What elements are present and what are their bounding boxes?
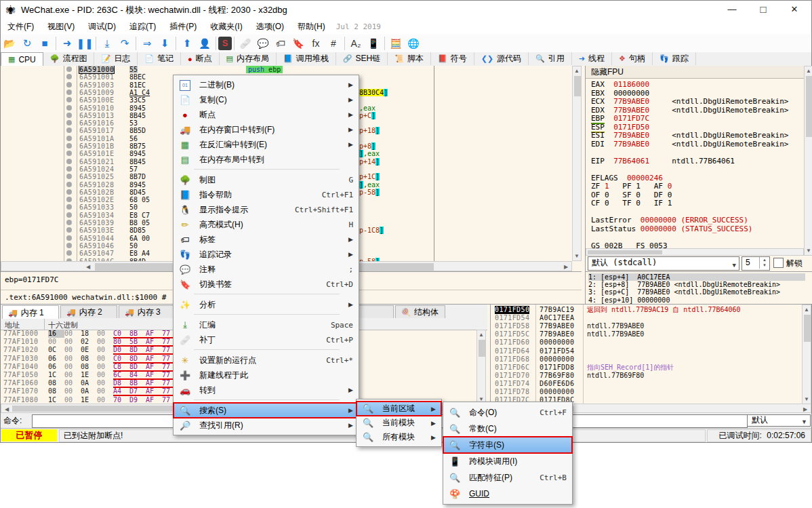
bottom-scroll-right-icon[interactable]: ▶ bbox=[801, 406, 809, 412]
open-file-icon[interactable]: 📂 bbox=[1, 35, 18, 52]
menubar-item[interactable]: 文件(F) bbox=[1, 20, 41, 34]
stack-row[interactable]: 0171FD7077B69F80ntdll.77B69F80 bbox=[491, 372, 803, 380]
menu-item-trace-record[interactable]: 👣追踪记录▶ bbox=[174, 247, 359, 262]
command-mode-select[interactable]: 默认 ▼ bbox=[747, 414, 811, 427]
tab-笔记[interactable]: 📄笔记 bbox=[138, 52, 181, 65]
hash-icon[interactable]: # bbox=[325, 35, 342, 52]
command-mode-dropdown-icon[interactable]: ▼ bbox=[801, 417, 807, 427]
scroll-right-icon[interactable]: ▶ bbox=[562, 264, 570, 270]
restart-icon[interactable]: ↻ bbox=[18, 35, 36, 52]
menu-item-create-thread-here[interactable]: ➕新建线程于此 bbox=[174, 368, 359, 383]
bottom-scroll-left-icon[interactable]: ◀ bbox=[3, 406, 11, 412]
execute-till-return-icon[interactable]: ⬆ bbox=[178, 35, 196, 52]
menu-item-follow-in-disasm[interactable]: ▦在反汇编中转到(E)▶ bbox=[174, 137, 359, 152]
tab-内存布局[interactable]: ▤内存布局 bbox=[220, 52, 277, 65]
menu-item-label[interactable]: 🏷标签▶ bbox=[174, 232, 359, 247]
breakpoint-dot-icon[interactable] bbox=[66, 113, 72, 118]
argument-count-spinner[interactable]: 5 ▲▼ bbox=[742, 256, 770, 271]
menu-item-intermodular-calls[interactable]: 📱跨模块调用(I) bbox=[443, 453, 572, 469]
menu-item-follow-in-memmap[interactable]: ▤在内存布局中转到 bbox=[174, 152, 359, 167]
argument-row[interactable]: 2: [esp+8] 77B9ABE0 <ntdll.DbgUiRemoteBr… bbox=[588, 281, 805, 288]
comments-icon[interactable]: 💬 bbox=[254, 35, 272, 52]
scylla-icon[interactable]: S bbox=[218, 37, 232, 50]
breakpoint-dot-icon[interactable] bbox=[66, 74, 72, 79]
dump-vscroll-thumb[interactable] bbox=[479, 340, 485, 357]
menu-item-string-references[interactable]: 🔍字符串(S) bbox=[443, 437, 572, 453]
menu-item-instruction-help[interactable]: 📘指令帮助Ctrl+F1 bbox=[174, 187, 359, 202]
register-line[interactable]: EIP 77B64061 ntdll.77B64061 bbox=[591, 157, 735, 166]
dump-tab-内存 2[interactable]: 🚚内存 2 bbox=[60, 305, 117, 318]
tab-句柄[interactable]: ❖句柄 bbox=[612, 52, 653, 65]
menu-item-constant[interactable]: 🔍常数(C) bbox=[443, 421, 572, 437]
breakpoint-dot-icon[interactable] bbox=[66, 120, 72, 125]
dump-tab-结构体[interactable]: 🍭结构体 bbox=[395, 305, 445, 318]
tab-调用堆栈[interactable]: 📘调用堆栈 bbox=[277, 52, 336, 65]
menu-item-current-module[interactable]: 🔍当前模块▶ bbox=[357, 416, 441, 430]
tab-脚本[interactable]: 📜脚本 bbox=[388, 52, 431, 65]
disasm-row[interactable]: 6A59100055push ebp bbox=[1, 66, 572, 73]
stack-row[interactable]: 0171FD6C0171FDD8指向SEH_Record[1]的指针 bbox=[491, 364, 803, 372]
breakpoint-dot-icon[interactable] bbox=[66, 151, 72, 156]
disasm-vscroll-thumb[interactable] bbox=[574, 76, 581, 96]
menubar-item[interactable]: 帮助(H) bbox=[291, 20, 332, 34]
breakpoint-dot-icon[interactable] bbox=[66, 235, 72, 241]
tab-引用[interactable]: 🔍引用 bbox=[529, 52, 572, 65]
menu-item-analysis[interactable]: ✨分析▶ bbox=[174, 297, 359, 312]
menubar-item[interactable]: 调试(D) bbox=[81, 20, 123, 34]
tab-SEH链[interactable]: 🔗SEH链 bbox=[336, 52, 388, 65]
tab-符号[interactable]: 📕符号 bbox=[431, 52, 474, 65]
stop-icon[interactable]: ■ bbox=[36, 35, 54, 52]
register-line[interactable]: EDI 77B9ABE0 <ntdll.DbgUiRemoteBreakin> bbox=[591, 140, 788, 149]
breakpoint-dot-icon[interactable] bbox=[66, 166, 72, 172]
dropdown-arrow-icon[interactable]: ▼ bbox=[733, 260, 736, 271]
tab-CPU[interactable]: ▦CPU bbox=[1, 52, 43, 66]
breakpoint-dot-icon[interactable] bbox=[66, 182, 72, 187]
menu-item-find-references[interactable]: 🔎查找引用(R)▶ bbox=[174, 418, 359, 433]
pause-icon[interactable]: ❚❚ bbox=[76, 35, 94, 52]
breakpoint-dot-icon[interactable] bbox=[66, 227, 72, 233]
stack-panel[interactable]: 0171FD5077B9AC19返回到 ntdll.77B9AC19 自 ntd… bbox=[490, 305, 812, 404]
scroll-up-icon[interactable]: ▲ bbox=[573, 68, 581, 74]
breakpoint-dot-icon[interactable] bbox=[66, 250, 72, 256]
menu-item-current-region[interactable]: 🔍当前区域▶ bbox=[357, 402, 441, 416]
stack-row[interactable]: 0171FD6800000000 bbox=[491, 355, 803, 364]
menubar-item[interactable]: 插件(P) bbox=[163, 20, 203, 34]
stack-row[interactable]: 0171FD5077B9AC19返回到 ntdll.77B9AC19 自 ntd… bbox=[491, 306, 803, 314]
functions-icon[interactable]: fx bbox=[307, 35, 325, 52]
run-icon[interactable]: ➜ bbox=[58, 35, 76, 52]
calling-convention-select[interactable]: 默认 (stdcall) ▼ bbox=[588, 256, 739, 271]
menu-item-breakpoint[interactable]: ●断点▶ bbox=[174, 107, 359, 122]
maximize-button[interactable]: □ bbox=[748, 0, 779, 18]
breakpoint-dot-icon[interactable] bbox=[66, 136, 72, 141]
menu-item-command[interactable]: 🔍命令(O)Ctrl+F bbox=[443, 404, 572, 421]
tab-线程[interactable]: ➜线程 bbox=[572, 52, 612, 65]
breakpoint-dot-icon[interactable] bbox=[66, 90, 72, 95]
registers-vscrollbar[interactable]: ▲ ▼ bbox=[804, 66, 812, 256]
menu-item-follow-in-dump[interactable]: 🚚在内存窗口中转到(F)▶ bbox=[174, 122, 359, 137]
registers-hscroll-thumb[interactable] bbox=[588, 250, 662, 254]
calculator-icon[interactable]: 🧮 bbox=[387, 35, 405, 52]
menu-item-toggle-bookmark[interactable]: 🔖切换书签Ctrl+D bbox=[174, 277, 359, 292]
argument-row[interactable]: 1: [esp+4] A0C17EEA bbox=[588, 273, 805, 281]
stack-row[interactable]: 0171FD640171FD54 bbox=[491, 347, 803, 355]
argument-row[interactable]: 4: [esp+10] 00000000 bbox=[588, 296, 805, 304]
menu-item-graph[interactable]: 🌳制图G bbox=[174, 172, 359, 187]
hide-fpu-button[interactable]: 隐藏FPU bbox=[586, 66, 804, 79]
stack-vscrollbar[interactable]: ▲ ▼ bbox=[802, 305, 811, 404]
breakpoint-dot-icon[interactable] bbox=[66, 105, 72, 111]
register-line[interactable]: GS 002B FS 0053 bbox=[591, 242, 668, 251]
stack-row[interactable]: 0171FD5C77B9ABE0ntdll.77B9ABE0 bbox=[491, 330, 803, 338]
stack-vscroll-thumb[interactable] bbox=[804, 315, 811, 342]
menu-item-set-new-origin[interactable]: ✳设置新的运行点Ctrl+* bbox=[174, 353, 359, 368]
menu-item-guid[interactable]: 🍄GUID bbox=[443, 486, 572, 502]
tab-跟踪[interactable]: 👣跟踪 bbox=[653, 52, 696, 65]
menu-item-show-mnemonic-brief[interactable]: 🐧显示指令提示Ctrl+Shift+F1 bbox=[174, 202, 359, 217]
menu-item-search[interactable]: 🔍搜索(S)▶ bbox=[174, 403, 359, 418]
step-into-icon[interactable]: ⤓ bbox=[98, 35, 116, 52]
scroll-left-icon[interactable]: ◀ bbox=[84, 264, 92, 270]
step-out-icon[interactable]: ⬇ bbox=[156, 35, 174, 52]
registers-vscroll-thumb[interactable] bbox=[806, 76, 812, 137]
dump-vscrollbar[interactable]: ▲ ▼ bbox=[476, 330, 486, 404]
dump-tab-内存 1[interactable]: 🚚内存 1 bbox=[2, 305, 59, 319]
menubar-item[interactable]: 收藏夹(I) bbox=[203, 20, 249, 34]
